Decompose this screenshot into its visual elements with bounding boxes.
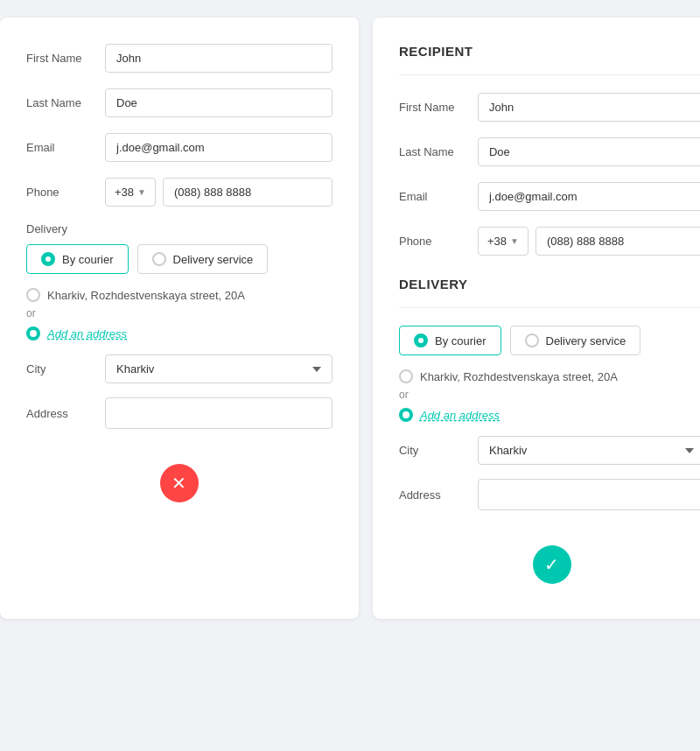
- left-service-radio: [152, 252, 166, 266]
- right-card: RECIPIENT First Name Last Name Email Pho…: [373, 18, 700, 619]
- left-add-address-dot: [26, 326, 40, 340]
- right-email-label: Email: [399, 190, 478, 203]
- right-confirm-button[interactable]: ✓: [533, 545, 571, 584]
- left-email-row: Email: [26, 133, 332, 162]
- left-saved-address-radio: [26, 288, 40, 302]
- right-courier-label: By courier: [435, 334, 486, 347]
- right-address-label: Address: [399, 488, 478, 502]
- right-phone-label: Phone: [399, 235, 478, 248]
- left-or-text: or: [26, 307, 332, 319]
- recipient-divider: [399, 74, 700, 75]
- left-add-address-label: Add an address: [47, 327, 127, 340]
- right-address-input[interactable]: [478, 479, 700, 510]
- left-last-name-row: Last Name: [26, 88, 332, 117]
- delivery-section: DELIVERY By courier Delivery service Kha…: [399, 277, 700, 510]
- delivery-title: DELIVERY: [399, 277, 700, 291]
- right-add-address-label: Add an address: [420, 409, 500, 422]
- right-first-name-label: First Name: [399, 101, 478, 114]
- right-saved-address-row[interactable]: Kharkiv, Rozhdestvenskaya street, 20A: [399, 369, 700, 383]
- right-confirm-icon: ✓: [544, 554, 559, 575]
- right-email-input[interactable]: [478, 182, 700, 211]
- left-email-label: Email: [26, 141, 105, 154]
- left-card-footer: ✕: [26, 464, 332, 502]
- right-saved-address-text: Kharkiv, Rozhdestvenskaya street, 20A: [420, 370, 618, 383]
- left-phone-code-arrow: ▼: [137, 187, 146, 197]
- right-first-name-row: First Name: [399, 93, 700, 122]
- left-phone-group: +38 ▼: [105, 178, 332, 207]
- left-courier-option[interactable]: By courier: [26, 244, 129, 274]
- right-last-name-input[interactable]: [478, 137, 700, 166]
- right-phone-group: +38 ▼: [478, 227, 700, 256]
- right-email-row: Email: [399, 182, 700, 211]
- recipient-title: RECIPIENT: [399, 44, 700, 59]
- right-add-address-dot: [399, 408, 413, 422]
- right-or-text: or: [399, 389, 700, 401]
- left-address-row: Address: [26, 397, 332, 429]
- recipient-section: RECIPIENT First Name Last Name Email Pho…: [399, 44, 700, 256]
- right-phone-code[interactable]: +38 ▼: [478, 227, 528, 256]
- right-phone-row: Phone +38 ▼: [399, 227, 700, 256]
- right-city-row: City Kharkiv: [399, 436, 700, 465]
- right-phone-code-arrow: ▼: [510, 236, 519, 246]
- right-card-footer: ✓: [399, 545, 700, 584]
- left-last-name-input[interactable]: [105, 88, 332, 117]
- left-saved-address-text: Kharkiv, Rozhdestvenskaya street, 20A: [47, 289, 245, 302]
- left-service-label: Delivery service: [173, 253, 254, 266]
- right-city-select[interactable]: Kharkiv: [478, 436, 700, 465]
- left-email-input[interactable]: [105, 133, 332, 162]
- left-courier-label: By courier: [62, 253, 114, 266]
- left-add-address[interactable]: Add an address: [26, 326, 332, 340]
- left-address-input[interactable]: [105, 397, 332, 429]
- right-service-label: Delivery service: [546, 334, 626, 347]
- left-phone-label: Phone: [26, 186, 105, 199]
- right-last-name-label: Last Name: [399, 145, 478, 158]
- left-cancel-button[interactable]: ✕: [160, 464, 199, 502]
- left-saved-address-row[interactable]: Kharkiv, Rozhdestvenskaya street, 20A: [26, 288, 332, 302]
- right-last-name-row: Last Name: [399, 137, 700, 166]
- left-first-name-input[interactable]: [105, 44, 332, 73]
- left-delivery-options: By courier Delivery service: [26, 244, 332, 274]
- delivery-divider: [399, 307, 700, 308]
- right-service-option[interactable]: Delivery service: [510, 326, 641, 355]
- left-city-select[interactable]: Kharkiv: [105, 354, 332, 383]
- left-last-name-label: Last Name: [26, 96, 105, 109]
- left-first-name-row: First Name: [26, 44, 332, 73]
- left-phone-code[interactable]: +38 ▼: [105, 178, 156, 207]
- right-phone-number-input[interactable]: [536, 227, 700, 256]
- right-first-name-input[interactable]: [478, 93, 700, 122]
- left-phone-row: Phone +38 ▼: [26, 178, 332, 207]
- left-service-option[interactable]: Delivery service: [137, 244, 269, 274]
- left-delivery-label: Delivery: [26, 222, 332, 235]
- right-city-label: City: [399, 444, 478, 457]
- right-saved-address-radio: [399, 369, 413, 383]
- left-courier-radio: [41, 252, 55, 266]
- left-first-name-label: First Name: [26, 52, 105, 65]
- right-delivery-options: By courier Delivery service: [399, 326, 700, 355]
- left-cancel-icon: ✕: [172, 473, 186, 494]
- left-city-row: City Kharkiv: [26, 354, 332, 383]
- right-address-row: Address: [399, 479, 700, 510]
- left-city-label: City: [26, 362, 105, 376]
- left-address-label: Address: [26, 407, 105, 420]
- right-courier-option[interactable]: By courier: [399, 326, 501, 355]
- left-card: First Name Last Name Email Phone +38 ▼ D…: [0, 18, 359, 619]
- left-phone-number-input[interactable]: [163, 178, 332, 207]
- right-add-address[interactable]: Add an address: [399, 408, 700, 422]
- right-courier-radio: [414, 333, 428, 347]
- right-service-radio: [525, 333, 539, 347]
